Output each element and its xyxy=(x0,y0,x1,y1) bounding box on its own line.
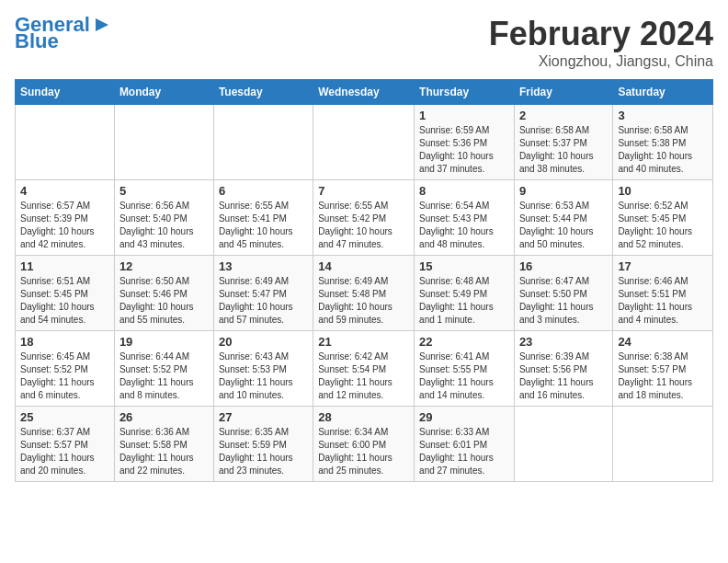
calendar-week-row: 25Sunrise: 6:37 AM Sunset: 5:57 PM Dayli… xyxy=(16,407,713,482)
weekday-header-sunday: Sunday xyxy=(16,80,115,105)
day-number: 13 xyxy=(219,259,308,273)
calendar-week-row: 11Sunrise: 6:51 AM Sunset: 5:45 PM Dayli… xyxy=(16,256,713,331)
day-info: Sunrise: 6:53 AM Sunset: 5:44 PM Dayligh… xyxy=(519,200,608,251)
day-number: 11 xyxy=(20,259,109,273)
day-info: Sunrise: 6:46 AM Sunset: 5:51 PM Dayligh… xyxy=(618,275,708,327)
weekday-header-friday: Friday xyxy=(514,80,612,105)
logo-text-2: Blue xyxy=(15,31,59,52)
day-info: Sunrise: 6:55 AM Sunset: 5:41 PM Dayligh… xyxy=(219,200,308,251)
day-number: 8 xyxy=(419,184,509,198)
day-info: Sunrise: 6:43 AM Sunset: 5:53 PM Dayligh… xyxy=(219,350,308,402)
logo: General Blue xyxy=(15,15,112,52)
calendar-day-cell: 25Sunrise: 6:37 AM Sunset: 5:57 PM Dayli… xyxy=(16,407,115,482)
day-number: 10 xyxy=(618,184,708,198)
day-number: 1 xyxy=(419,109,509,122)
calendar-day-cell: 8Sunrise: 6:54 AM Sunset: 5:43 PM Daylig… xyxy=(415,180,515,256)
calendar-day-cell: 28Sunrise: 6:34 AM Sunset: 6:00 PM Dayli… xyxy=(313,407,415,482)
day-number: 12 xyxy=(119,259,209,273)
day-number: 15 xyxy=(419,259,509,273)
calendar-day-cell: 5Sunrise: 6:56 AM Sunset: 5:40 PM Daylig… xyxy=(114,180,213,256)
day-info: Sunrise: 6:36 AM Sunset: 5:58 PM Dayligh… xyxy=(119,426,209,477)
calendar-week-row: 4Sunrise: 6:57 AM Sunset: 5:39 PM Daylig… xyxy=(16,180,713,256)
day-info: Sunrise: 6:33 AM Sunset: 6:01 PM Dayligh… xyxy=(419,426,509,477)
day-number: 6 xyxy=(219,184,308,198)
calendar-week-row: 18Sunrise: 6:45 AM Sunset: 5:52 PM Dayli… xyxy=(16,331,713,407)
weekday-header-saturday: Saturday xyxy=(613,80,713,105)
page-header: General Blue February 2024 Xiongzhou, Ji… xyxy=(15,15,713,70)
day-number: 4 xyxy=(20,184,109,198)
day-info: Sunrise: 6:50 AM Sunset: 5:46 PM Dayligh… xyxy=(119,275,209,327)
calendar-title-block: February 2024 Xiongzhou, Jiangsu, China xyxy=(489,15,713,70)
calendar-day-cell: 18Sunrise: 6:45 AM Sunset: 5:52 PM Dayli… xyxy=(16,331,115,407)
day-info: Sunrise: 6:58 AM Sunset: 5:38 PM Dayligh… xyxy=(618,124,708,176)
day-number: 7 xyxy=(318,184,409,198)
calendar-day-cell xyxy=(114,105,213,180)
calendar-week-row: 1Sunrise: 6:59 AM Sunset: 5:36 PM Daylig… xyxy=(16,105,713,180)
day-info: Sunrise: 6:38 AM Sunset: 5:57 PM Dayligh… xyxy=(618,350,708,402)
calendar-day-cell: 29Sunrise: 6:33 AM Sunset: 6:01 PM Dayli… xyxy=(415,407,515,482)
day-number: 3 xyxy=(618,109,708,122)
day-number: 25 xyxy=(20,410,109,424)
calendar-header: SundayMondayTuesdayWednesdayThursdayFrid… xyxy=(16,80,713,105)
calendar-day-cell: 1Sunrise: 6:59 AM Sunset: 5:36 PM Daylig… xyxy=(415,105,515,180)
day-info: Sunrise: 6:49 AM Sunset: 5:47 PM Dayligh… xyxy=(219,275,308,327)
day-number: 23 xyxy=(519,335,608,349)
day-info: Sunrise: 6:59 AM Sunset: 5:36 PM Dayligh… xyxy=(419,124,509,176)
day-number: 14 xyxy=(318,259,409,273)
weekday-header-wednesday: Wednesday xyxy=(313,80,415,105)
calendar-day-cell: 3Sunrise: 6:58 AM Sunset: 5:38 PM Daylig… xyxy=(613,105,713,180)
day-number: 5 xyxy=(119,184,209,198)
calendar-day-cell xyxy=(514,407,612,482)
weekday-header-row: SundayMondayTuesdayWednesdayThursdayFrid… xyxy=(16,80,713,105)
day-info: Sunrise: 6:37 AM Sunset: 5:57 PM Dayligh… xyxy=(20,426,109,477)
calendar-day-cell: 15Sunrise: 6:48 AM Sunset: 5:49 PM Dayli… xyxy=(415,256,515,331)
day-number: 28 xyxy=(318,410,409,424)
day-info: Sunrise: 6:41 AM Sunset: 5:55 PM Dayligh… xyxy=(419,350,509,402)
calendar-table: SundayMondayTuesdayWednesdayThursdayFrid… xyxy=(15,79,713,482)
calendar-day-cell: 27Sunrise: 6:35 AM Sunset: 5:59 PM Dayli… xyxy=(213,407,313,482)
calendar-day-cell: 7Sunrise: 6:55 AM Sunset: 5:42 PM Daylig… xyxy=(313,180,415,256)
day-info: Sunrise: 6:58 AM Sunset: 5:37 PM Dayligh… xyxy=(519,124,608,176)
day-number: 18 xyxy=(20,335,109,349)
calendar-day-cell xyxy=(213,105,313,180)
calendar-day-cell: 2Sunrise: 6:58 AM Sunset: 5:37 PM Daylig… xyxy=(514,105,612,180)
day-number: 16 xyxy=(519,259,608,273)
calendar-day-cell: 23Sunrise: 6:39 AM Sunset: 5:56 PM Dayli… xyxy=(514,331,612,407)
calendar-day-cell: 24Sunrise: 6:38 AM Sunset: 5:57 PM Dayli… xyxy=(613,331,713,407)
calendar-day-cell xyxy=(16,105,115,180)
calendar-day-cell: 13Sunrise: 6:49 AM Sunset: 5:47 PM Dayli… xyxy=(213,256,313,331)
calendar-day-cell xyxy=(613,407,713,482)
day-number: 22 xyxy=(419,335,509,349)
day-number: 2 xyxy=(519,109,608,122)
calendar-body: 1Sunrise: 6:59 AM Sunset: 5:36 PM Daylig… xyxy=(16,105,713,482)
day-number: 21 xyxy=(318,335,409,349)
day-info: Sunrise: 6:49 AM Sunset: 5:48 PM Dayligh… xyxy=(318,275,409,327)
calendar-day-cell: 26Sunrise: 6:36 AM Sunset: 5:58 PM Dayli… xyxy=(114,407,213,482)
day-info: Sunrise: 6:48 AM Sunset: 5:49 PM Dayligh… xyxy=(419,275,509,327)
calendar-day-cell: 17Sunrise: 6:46 AM Sunset: 5:51 PM Dayli… xyxy=(613,256,713,331)
day-number: 17 xyxy=(618,259,708,273)
calendar-day-cell: 12Sunrise: 6:50 AM Sunset: 5:46 PM Dayli… xyxy=(114,256,213,331)
day-number: 9 xyxy=(519,184,608,198)
logo-arrow-icon xyxy=(92,15,112,35)
calendar-month-year: February 2024 xyxy=(489,15,713,53)
calendar-day-cell: 4Sunrise: 6:57 AM Sunset: 5:39 PM Daylig… xyxy=(16,180,115,256)
day-number: 26 xyxy=(119,410,209,424)
day-info: Sunrise: 6:44 AM Sunset: 5:52 PM Dayligh… xyxy=(119,350,209,402)
weekday-header-thursday: Thursday xyxy=(415,80,515,105)
calendar-day-cell: 22Sunrise: 6:41 AM Sunset: 5:55 PM Dayli… xyxy=(415,331,515,407)
day-number: 19 xyxy=(119,335,209,349)
calendar-day-cell: 10Sunrise: 6:52 AM Sunset: 5:45 PM Dayli… xyxy=(613,180,713,256)
calendar-day-cell: 21Sunrise: 6:42 AM Sunset: 5:54 PM Dayli… xyxy=(313,331,415,407)
day-info: Sunrise: 6:34 AM Sunset: 6:00 PM Dayligh… xyxy=(318,426,409,477)
calendar-day-cell: 9Sunrise: 6:53 AM Sunset: 5:44 PM Daylig… xyxy=(514,180,612,256)
calendar-day-cell: 20Sunrise: 6:43 AM Sunset: 5:53 PM Dayli… xyxy=(213,331,313,407)
day-info: Sunrise: 6:45 AM Sunset: 5:52 PM Dayligh… xyxy=(20,350,109,402)
day-info: Sunrise: 6:52 AM Sunset: 5:45 PM Dayligh… xyxy=(618,200,708,251)
day-info: Sunrise: 6:56 AM Sunset: 5:40 PM Dayligh… xyxy=(119,200,209,251)
calendar-day-cell: 11Sunrise: 6:51 AM Sunset: 5:45 PM Dayli… xyxy=(16,256,115,331)
weekday-header-tuesday: Tuesday xyxy=(213,80,313,105)
calendar-day-cell: 14Sunrise: 6:49 AM Sunset: 5:48 PM Dayli… xyxy=(313,256,415,331)
day-info: Sunrise: 6:42 AM Sunset: 5:54 PM Dayligh… xyxy=(318,350,409,402)
calendar-day-cell: 19Sunrise: 6:44 AM Sunset: 5:52 PM Dayli… xyxy=(114,331,213,407)
